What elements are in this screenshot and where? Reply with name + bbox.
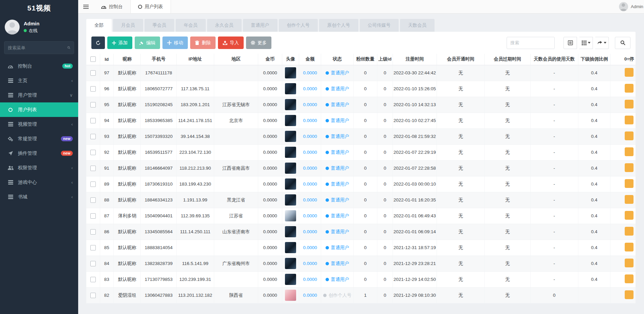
status-toggle-button[interactable] <box>625 290 634 299</box>
row-checkbox[interactable] <box>90 70 96 76</box>
filter-tab-4[interactable]: 永久会员 <box>207 19 242 32</box>
delete-button[interactable]: 删除 <box>190 37 216 49</box>
row-checkbox[interactable] <box>90 86 96 92</box>
sidebar-item-2[interactable]: 用户管理∨ <box>0 88 78 102</box>
sidebar-item-4[interactable]: 视频管理‹ <box>0 117 78 131</box>
select-all-checkbox[interactable] <box>90 56 96 62</box>
topbar-avatar[interactable] <box>619 2 628 11</box>
row-checkbox[interactable] <box>90 197 96 203</box>
filter-tab-2[interactable]: 季会员 <box>145 19 175 32</box>
row-checkbox[interactable] <box>90 213 96 219</box>
status-badge[interactable]: 普通用户 <box>326 70 349 76</box>
more-button[interactable]: 更多 <box>246 37 271 49</box>
refresh-button[interactable] <box>91 37 105 49</box>
table-search-input[interactable] <box>507 37 555 49</box>
amount-link[interactable]: 0.0000 <box>303 86 317 91</box>
import-button[interactable]: 导入 <box>218 37 244 49</box>
move-button[interactable]: 移动 <box>162 37 188 49</box>
add-button[interactable]: 添加 <box>107 37 132 49</box>
amount-link[interactable]: 0.0000 <box>303 229 317 234</box>
filter-tab-9[interactable]: 天数会员 <box>400 19 435 32</box>
amount-link[interactable]: 0.0000 <box>303 293 317 298</box>
export-button[interactable] <box>595 37 609 49</box>
status-badge[interactable]: 普通用户 <box>326 229 349 235</box>
admin-avatar[interactable] <box>5 20 20 34</box>
status-badge[interactable]: 创作个人号 <box>323 292 352 298</box>
amount-link[interactable]: 0.0000 <box>303 70 317 75</box>
amount-link[interactable]: 0.0000 <box>303 277 317 282</box>
row-checkbox[interactable] <box>90 134 96 139</box>
status-toggle-button[interactable] <box>625 211 634 220</box>
sidebar-item-6[interactable]: 插件管理new <box>0 146 78 161</box>
filter-tab-6[interactable]: 创作个人号 <box>279 19 318 32</box>
status-toggle-button[interactable] <box>625 195 634 204</box>
sidebar-item-0[interactable]: 控制台hot <box>0 59 78 73</box>
amount-link[interactable]: 0.0000 <box>303 245 317 250</box>
sidebar-item-5[interactable]: 常规管理new <box>0 131 78 146</box>
columns-button[interactable] <box>579 37 593 49</box>
row-checkbox[interactable] <box>90 261 96 266</box>
row-checkbox[interactable] <box>90 293 96 298</box>
filter-tab-5[interactable]: 普通用户 <box>243 19 277 32</box>
amount-link[interactable]: 0.0000 <box>303 150 317 155</box>
status-badge[interactable]: 普通用户 <box>326 197 349 203</box>
status-badge[interactable]: 普通用户 <box>326 245 349 251</box>
row-checkbox[interactable] <box>90 277 96 282</box>
row-checkbox[interactable] <box>90 150 96 155</box>
hamburger-menu-icon[interactable] <box>78 0 94 13</box>
row-checkbox[interactable] <box>90 166 96 171</box>
status-toggle-button[interactable] <box>625 179 634 188</box>
status-toggle-button[interactable] <box>625 131 634 140</box>
search-submit-button[interactable] <box>615 37 630 49</box>
sidebar-search-input[interactable] <box>8 45 67 50</box>
status-badge[interactable]: 普通用户 <box>326 149 349 155</box>
status-badge[interactable]: 普通用户 <box>326 134 349 140</box>
detail-view-button[interactable] <box>563 37 577 49</box>
status-badge[interactable]: 普通用户 <box>326 86 349 92</box>
status-toggle-button[interactable] <box>625 84 634 93</box>
row-checkbox[interactable] <box>90 245 96 250</box>
amount-link[interactable]: 0.0000 <box>303 102 317 107</box>
sidebar-item-1[interactable]: 主页‹ <box>0 73 78 88</box>
status-toggle-button[interactable] <box>625 163 634 172</box>
amount-link[interactable]: 0.0000 <box>303 182 317 187</box>
sidebar-item-9[interactable]: 书城‹ <box>0 190 78 204</box>
filter-tab-7[interactable]: 原创个人号 <box>319 19 358 32</box>
status-badge[interactable]: 普通用户 <box>326 165 349 171</box>
row-checkbox[interactable] <box>90 229 96 235</box>
sidebar-item-7[interactable]: 权限管理‹ <box>0 161 78 175</box>
status-toggle-button[interactable] <box>625 116 634 124</box>
edit-button[interactable]: 编辑 <box>135 37 160 49</box>
status-toggle-button[interactable] <box>625 147 634 156</box>
status-toggle-button[interactable] <box>625 243 634 251</box>
topbar-user[interactable]: Admin <box>619 0 644 13</box>
status-badge[interactable]: 普通用户 <box>326 261 349 267</box>
tab-user-list[interactable]: 用户列表 <box>130 0 171 13</box>
row-checkbox[interactable] <box>90 182 96 187</box>
status-badge[interactable]: 普通用户 <box>326 276 349 283</box>
tab-dashboard[interactable]: 控制台 <box>94 0 130 13</box>
row-checkbox[interactable] <box>90 102 96 107</box>
status-badge[interactable]: 普通用户 <box>326 213 349 219</box>
status-toggle-button[interactable] <box>625 227 634 236</box>
status-badge[interactable]: 普通用户 <box>326 181 349 187</box>
filter-tab-8[interactable]: 公司传媒号 <box>360 19 399 32</box>
amount-link[interactable]: 0.0000 <box>303 261 317 266</box>
status-toggle-button[interactable] <box>625 100 634 108</box>
amount-link[interactable]: 0.0000 <box>303 197 317 202</box>
filter-tab-1[interactable]: 月会员 <box>113 19 143 32</box>
filter-tab-3[interactable]: 年会员 <box>176 19 206 32</box>
row-checkbox[interactable] <box>90 118 96 123</box>
status-badge[interactable]: 普通用户 <box>326 118 349 124</box>
sidebar-item-8[interactable]: 游戏中心‹ <box>0 175 78 190</box>
amount-link[interactable]: 0.0000 <box>303 118 317 123</box>
status-badge[interactable]: 普通用户 <box>326 102 349 108</box>
filter-tab-0[interactable]: 全部 <box>86 19 112 32</box>
status-toggle-button[interactable] <box>625 68 634 77</box>
amount-link[interactable]: 0.0000 <box>303 213 317 218</box>
amount-link[interactable]: 0.0000 <box>303 134 317 139</box>
status-toggle-button[interactable] <box>625 259 634 267</box>
amount-link[interactable]: 0.0000 <box>303 166 317 171</box>
status-toggle-button[interactable] <box>625 274 634 283</box>
sidebar-item-3[interactable]: 用户列表 <box>0 102 78 117</box>
